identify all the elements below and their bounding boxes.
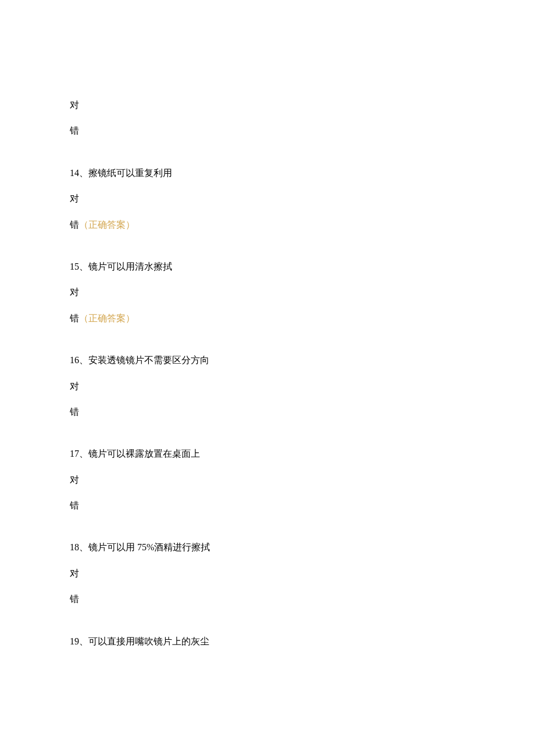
answer-text: 对 <box>70 475 79 485</box>
question-text: 可以直接用嘴吹镜片上的灰尘 <box>88 636 209 646</box>
question-number: 19、 <box>70 636 88 646</box>
question-18: 18、镜片可以用 75%酒精进行擦拭 <box>70 541 465 554</box>
answer-text: 错 <box>70 594 79 604</box>
answer-text: 错 <box>70 407 79 417</box>
question-number: 16、 <box>70 355 88 365</box>
answer-true-16: 对 <box>70 380 465 393</box>
question-15: 15、镜片可以用清水擦拭 <box>70 260 465 273</box>
answer-false-17: 错 <box>70 499 465 512</box>
question-text: 安装透镜镜片不需要区分方向 <box>88 355 209 365</box>
answer-text: 对 <box>70 287 79 297</box>
orphan-answer-true: 对 <box>70 99 465 112</box>
question-text: 镜片可以用清水擦拭 <box>88 261 172 271</box>
answer-text: 错 <box>70 220 79 230</box>
question-19: 19、可以直接用嘴吹镜片上的灰尘 <box>70 635 465 648</box>
answer-text: 对 <box>70 568 79 578</box>
correct-answer-mark: （正确答案） <box>79 313 135 323</box>
answer-text: 对 <box>70 194 79 203</box>
answer-text-false: 错 <box>70 126 79 135</box>
correct-answer-mark: （正确答案） <box>79 220 135 230</box>
question-14: 14、擦镜纸可以重复利用 <box>70 167 465 180</box>
question-number: 17、 <box>70 449 88 458</box>
question-number: 15、 <box>70 261 88 271</box>
answer-text-true: 对 <box>70 100 79 110</box>
question-16: 16、安装透镜镜片不需要区分方向 <box>70 354 465 367</box>
question-number: 18、 <box>70 542 88 552</box>
answer-false-18: 错 <box>70 593 465 605</box>
answer-true-14: 对 <box>70 192 465 205</box>
answer-false-14: 错（正确答案） <box>70 218 465 231</box>
answer-text: 错 <box>70 500 79 510</box>
orphan-answer-false: 错 <box>70 124 465 137</box>
answer-false-16: 错 <box>70 406 465 418</box>
answer-text: 错 <box>70 313 79 323</box>
question-text: 镜片可以用 75%酒精进行擦拭 <box>88 542 210 552</box>
answer-true-17: 对 <box>70 474 465 486</box>
question-number: 14、 <box>70 168 88 178</box>
answer-true-18: 对 <box>70 567 465 580</box>
question-text: 擦镜纸可以重复利用 <box>88 168 172 178</box>
question-17: 17、镜片可以裸露放置在桌面上 <box>70 447 465 460</box>
answer-text: 对 <box>70 381 79 391</box>
answer-true-15: 对 <box>70 286 465 299</box>
answer-false-15: 错（正确答案） <box>70 312 465 325</box>
question-text: 镜片可以裸露放置在桌面上 <box>88 449 200 458</box>
